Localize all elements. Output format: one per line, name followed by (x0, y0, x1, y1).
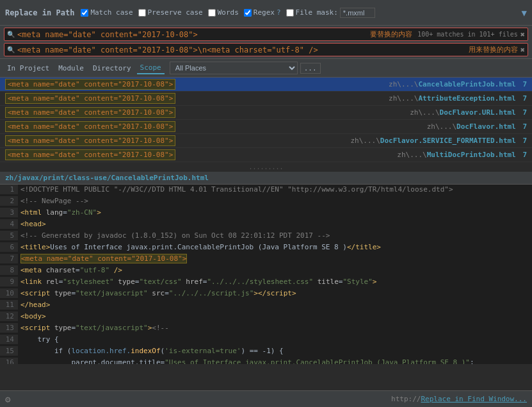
line-content: <meta charset="utf-8" /> (18, 265, 532, 275)
result-code: <meta name="date" content="2017-10-08"> (5, 149, 175, 160)
match-case-group: Match case (81, 8, 133, 17)
words-group: Words (208, 8, 239, 17)
matches-label: 100+ matches in 101+ files (417, 31, 518, 38)
code-line: 11 </head> (0, 300, 532, 311)
toolbar-options: Match case Preserve case Words Regex? Fi… (81, 8, 515, 18)
line-content: <html lang="zh-CN"> (18, 208, 532, 217)
line-content: <!-- Generated by javadoc (1.8.0_152) on… (18, 231, 532, 240)
replace-hint: 用来替换的内容 (469, 45, 518, 54)
regex-question: ? (277, 8, 281, 17)
line-number: 10 (0, 288, 18, 298)
line-content: <meta name="date" content="2017-10-08"> (18, 254, 532, 263)
line-content: <!DOCTYPE HTML PUBLIC "-//W3C//DTD HTML … (18, 185, 532, 194)
result-filename: CancelablePrintJob.html (418, 80, 515, 88)
results-list: <meta name="date" content="2017-10-08"> … (0, 78, 532, 162)
code-line: 4 <head> (0, 219, 532, 231)
replace-input[interactable] (17, 46, 463, 54)
code-line: 16 parent.document.title="Uses of Interf… (0, 358, 532, 364)
scope-tab-scope[interactable]: Scope (137, 62, 165, 74)
search-section: 🔍 要替换的内容 100+ matches in 101+ files ✖ 🔍 … (0, 26, 532, 59)
result-row[interactable]: <meta name="date" content="2017-10-08"> … (0, 106, 532, 120)
filter-icon[interactable]: ▼ (522, 8, 527, 18)
regex-label[interactable]: Regex (254, 8, 275, 17)
gear-icon[interactable]: ⚙ (5, 394, 10, 404)
result-row[interactable]: <meta name="date" content="2017-10-08"> … (0, 148, 532, 162)
words-label[interactable]: Words (218, 8, 239, 17)
result-num: 7 (522, 151, 527, 159)
result-code: <meta name="date" content="2017-10-08"> (5, 107, 175, 118)
find-clear-icon[interactable]: ✖ (520, 30, 525, 39)
result-num: 7 (522, 108, 527, 117)
result-filename: MultiDocPrintJob.html (427, 151, 516, 159)
code-line: 13 <script type="text/javascript"><!-- (0, 323, 532, 335)
code-line: 7 <meta name="date" content="2017-10-08"… (0, 254, 532, 265)
line-content: <script type="text/javascript" src="../.… (18, 288, 532, 298)
result-path: zh\...\DocFlavor.SERVICE_FORMATTED.html … (350, 137, 527, 145)
preserve-case-group: Preserve case (138, 8, 203, 17)
file-mask-input[interactable] (340, 8, 375, 18)
scope-tab-in-project[interactable]: In Project (4, 63, 52, 74)
replace-row: 🔍 用来替换的内容 ✖ (4, 43, 528, 56)
result-row[interactable]: <meta name="date" content="2017-10-08"> … (0, 92, 532, 106)
scope-tab-module[interactable]: Module (55, 63, 87, 74)
preserve-case-checkbox[interactable] (138, 9, 146, 17)
line-number: 2 (0, 196, 18, 206)
regex-group: Regex? (244, 8, 281, 17)
result-row[interactable]: <meta name="date" content="2017-10-08"> … (0, 134, 532, 148)
result-row[interactable]: <meta name="date" content="2017-10-08"> … (0, 120, 532, 134)
line-number: 6 (0, 242, 18, 252)
result-code: <meta name="date" content="2017-10-08"> (5, 135, 175, 146)
scope-tab-directory[interactable]: Directory (90, 63, 134, 74)
code-line: 9 <link rel="stylesheet" type="text/css"… (0, 277, 532, 288)
file-mask-checkbox[interactable] (286, 9, 294, 17)
find-row: 🔍 要替换的内容 100+ matches in 101+ files ✖ (4, 28, 528, 41)
more-indicator: ......... (0, 162, 532, 172)
line-number: 1 (0, 185, 18, 194)
line-number: 9 (0, 277, 18, 287)
code-line: 10 <script type="text/javascript" src=".… (0, 288, 532, 300)
find-input[interactable] (17, 30, 365, 39)
words-checkbox[interactable] (208, 9, 216, 17)
file-path-filename: CancelablePrintJob.html (111, 174, 209, 182)
result-filename: AttributeException.html (418, 94, 515, 103)
line-number: 7 (0, 254, 18, 263)
line-number: 8 (0, 265, 18, 275)
result-code: <meta name="date" content="2017-10-08"> (5, 93, 175, 104)
line-number: 11 (0, 300, 18, 310)
bottom-link[interactable]: Replace in Find Window... (421, 395, 527, 403)
line-number: 15 (0, 346, 18, 356)
line-content: parent.document.title="Uses of Interface… (18, 358, 532, 364)
result-code: <meta name="date" content="2017-10-08"> (5, 79, 175, 90)
result-num: 7 (522, 122, 527, 131)
line-content: </head> (18, 300, 532, 310)
line-number: 5 (0, 231, 18, 240)
result-row[interactable]: <meta name="date" content="2017-10-08"> … (0, 78, 532, 92)
scope-dots-button[interactable]: ... (300, 63, 321, 74)
code-line: 15 if (location.href.indexOf('is-externa… (0, 346, 532, 358)
match-case-checkbox[interactable] (81, 9, 88, 17)
result-path: zh\...\MultiDocPrintJob.html 7 (397, 151, 527, 159)
line-content: if (location.href.indexOf('is-external=t… (18, 346, 532, 356)
result-filename: DocFlavor.URL.html (440, 108, 516, 117)
result-path: zh\...\DocFlavor.html 7 (427, 122, 527, 131)
result-path: zh\...\AttributeException.html 7 (389, 94, 527, 103)
result-filename: DocFlavor.html (456, 122, 516, 131)
scope-row: In Project Module Directory Scope All Pl… (0, 59, 532, 78)
result-num: 7 (522, 94, 527, 103)
result-num: 7 (522, 80, 527, 88)
find-hint: 要替换的内容 (370, 29, 412, 39)
code-line: 6 <title>Uses of Interface javax.print.C… (0, 242, 532, 254)
replace-clear-icon[interactable]: ✖ (520, 46, 525, 54)
result-num: 7 (522, 137, 527, 145)
toolbar-title: Replace in Path (5, 8, 74, 17)
result-code: <meta name="date" content="2017-10-08"> (5, 121, 175, 132)
scope-select[interactable]: All Places Project Files Open Files (170, 62, 298, 74)
match-case-label[interactable]: Match case (90, 8, 133, 17)
result-filename: DocFlavor.SERVICE_FORMATTED.html (380, 137, 516, 145)
regex-checkbox[interactable] (244, 9, 252, 17)
line-number: 13 (0, 323, 18, 333)
result-path: zh\...\DocFlavor.URL.html 7 (410, 108, 527, 117)
line-content: <!-- NewPage --> (18, 196, 532, 206)
code-line: 5 <!-- Generated by javadoc (1.8.0_152) … (0, 231, 532, 242)
preserve-case-label[interactable]: Preserve case (148, 8, 203, 17)
